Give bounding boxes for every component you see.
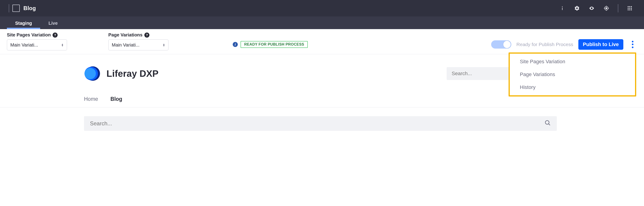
blog-search-input[interactable]: [90, 120, 544, 127]
sort-icon: ▲▼: [163, 43, 165, 46]
svg-rect-11: [629, 9, 630, 10]
staging-tabs: Staging Live: [0, 16, 644, 29]
nav-link-blog[interactable]: Blog: [110, 96, 122, 102]
menu-item-page-variations[interactable]: Page Variations: [520, 71, 625, 77]
tab-live[interactable]: Live: [40, 17, 66, 29]
publish-to-live-button[interactable]: Publish to Live: [578, 39, 623, 50]
svg-rect-10: [628, 9, 628, 10]
controls-right-cluster: Ready for Publish Process Publish to Liv…: [491, 39, 637, 50]
topbar-divider: [618, 4, 618, 12]
ready-toggle[interactable]: [491, 40, 511, 49]
apps-grid-icon[interactable]: [626, 5, 633, 11]
page-variations-select[interactable]: Main Variati... ▲▼: [108, 39, 168, 50]
liferay-logo-icon: [84, 65, 100, 82]
ready-toggle-label: Ready for Publish Process: [516, 42, 573, 47]
svg-point-3: [606, 7, 607, 9]
svg-rect-7: [628, 8, 628, 9]
site-pages-variation-label: Site Pages Variation: [7, 32, 51, 38]
svg-rect-8: [629, 8, 630, 9]
topbar-left-divider: [9, 4, 9, 12]
nav-link-home[interactable]: Home: [84, 96, 98, 102]
site-nav: Home Blog: [84, 96, 557, 102]
more-options-button[interactable]: [628, 40, 637, 49]
svg-rect-12: [631, 9, 632, 10]
page-icon[interactable]: [12, 4, 20, 12]
target-icon[interactable]: [603, 5, 610, 11]
help-icon[interactable]: ?: [52, 32, 58, 38]
svg-rect-5: [629, 6, 630, 7]
sort-icon: ▲▼: [61, 43, 64, 46]
blog-search[interactable]: [84, 116, 557, 131]
page-variations-label: Page Variations: [108, 32, 142, 38]
page-title: Blog: [24, 5, 36, 11]
svg-point-15: [84, 68, 96, 79]
site-header: Liferay DXP: [84, 65, 557, 82]
site-pages-variation-value: Main Variati...: [10, 42, 38, 48]
svg-rect-6: [631, 6, 632, 7]
svg-rect-4: [628, 6, 628, 7]
help-icon[interactable]: ?: [144, 32, 150, 38]
info-circle-icon[interactable]: i: [233, 42, 238, 47]
publish-status: i READY FOR PUBLISH PROCESS: [233, 41, 308, 48]
eye-icon[interactable]: [588, 5, 595, 11]
svg-rect-9: [631, 8, 632, 9]
menu-item-history[interactable]: History: [520, 84, 625, 90]
page-variations-value: Main Variati...: [112, 42, 140, 48]
site-pages-variation-select[interactable]: Main Variati... ▲▼: [7, 39, 67, 50]
topbar-actions: [559, 4, 633, 12]
menu-item-site-pages-variation[interactable]: Site Pages Variation: [520, 59, 625, 65]
ready-badge: READY FOR PUBLISH PROCESS: [240, 41, 308, 48]
svg-point-0: [562, 6, 562, 7]
page-variations-group: Page Variations ? Main Variati... ▲▼: [108, 32, 168, 50]
topbar-main-row: Blog: [0, 0, 644, 16]
staging-controls-bar: Site Pages Variation ? Main Variati... ▲…: [0, 29, 644, 54]
tab-staging[interactable]: Staging: [7, 17, 40, 29]
info-icon[interactable]: [559, 5, 566, 11]
gear-icon[interactable]: [574, 5, 580, 11]
page-body: [0, 107, 644, 131]
more-options-menu: Site Pages Variation Page Variations His…: [508, 52, 636, 96]
admin-topbar: Blog Staging Live: [0, 0, 644, 29]
site-brand-name: Liferay DXP: [106, 68, 158, 79]
svg-point-16: [545, 121, 549, 124]
site-pages-variation-group: Site Pages Variation ? Main Variati... ▲…: [7, 32, 67, 50]
svg-rect-1: [562, 7, 562, 10]
search-icon[interactable]: [544, 120, 551, 127]
